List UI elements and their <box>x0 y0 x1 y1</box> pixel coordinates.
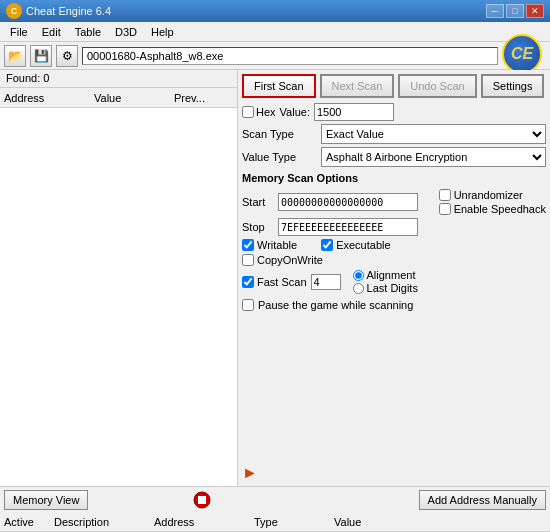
copyonwrite-item: CopyOnWrite <box>242 254 323 266</box>
writable-label: Writable <box>257 239 297 251</box>
alignment-radio[interactable] <box>353 270 364 281</box>
title-bar-left: C Cheat Engine 6.4 <box>6 3 111 19</box>
start-row: Start Unrandomizer Enable Speedhack <box>242 189 546 215</box>
fastscan-row: Fast Scan Alignment Last Digits <box>242 269 546 294</box>
bottom-area: Active Description Address Type Value <box>0 512 550 532</box>
save-button[interactable]: 💾 <box>30 45 52 67</box>
arrow-indicator: ► <box>242 464 258 482</box>
value-type-row: Value Type Asphalt 8 Airbone Encryption <box>242 147 546 167</box>
menu-d3d[interactable]: D3D <box>109 24 143 40</box>
fastscan-item: Fast Scan <box>242 276 307 288</box>
bottom-table-header: Active Description Address Type Value <box>0 512 550 532</box>
menu-help[interactable]: Help <box>145 24 180 40</box>
hex-checkbox[interactable] <box>242 106 254 118</box>
pause-label: Pause the game while scanning <box>258 299 413 311</box>
speedhack-label: Enable Speedhack <box>454 203 546 215</box>
next-scan-button[interactable]: Next Scan <box>320 74 395 98</box>
stop-label: Stop <box>242 221 274 233</box>
scan-type-select[interactable]: Exact Value <box>321 124 546 144</box>
col-address: Address <box>4 92 94 104</box>
memory-view-button[interactable]: Memory View <box>4 490 88 510</box>
writable-item: Writable <box>242 239 297 251</box>
scan-type-row: Scan Type Exact Value <box>242 124 546 144</box>
svg-rect-1 <box>198 496 206 504</box>
hex-checkbox-row: Hex <box>242 106 276 118</box>
app-icon: C <box>6 3 22 19</box>
value-label: Value: <box>280 106 310 118</box>
stop-row: Stop <box>242 218 546 236</box>
lastdigits-label: Last Digits <box>367 282 418 294</box>
title-bar-controls: ─ □ ✕ <box>486 4 544 18</box>
close-button[interactable]: ✕ <box>526 4 544 18</box>
menu-bar: File Edit Table D3D Help <box>0 22 550 42</box>
bt-col-active: Active <box>4 516 54 528</box>
stop-scan-button[interactable] <box>191 489 213 511</box>
pause-row: Pause the game while scanning <box>242 299 546 311</box>
unrandomizer-row: Unrandomizer <box>439 189 546 201</box>
memory-scan-options-label: Memory Scan Options <box>242 172 546 184</box>
bt-col-type: Type <box>254 516 334 528</box>
scan-buttons-row: First Scan Next Scan Undo Scan Settings <box>242 74 546 98</box>
start-label: Start <box>242 196 274 208</box>
menu-edit[interactable]: Edit <box>36 24 67 40</box>
memory-view-row: Memory View Add Address Manually <box>0 486 550 512</box>
address-table-header: Address Value Prev... <box>0 88 237 108</box>
value-input[interactable] <box>314 103 394 121</box>
executable-label: Executable <box>336 239 390 251</box>
menu-file[interactable]: File <box>4 24 34 40</box>
right-panel: First Scan Next Scan Undo Scan Settings … <box>238 70 550 486</box>
alignment-group: Alignment Last Digits <box>353 269 418 294</box>
value-type-select[interactable]: Asphalt 8 Airbone Encryption <box>321 147 546 167</box>
copyonwrite-row: CopyOnWrite <box>242 254 546 266</box>
bt-col-value: Value <box>334 516 546 528</box>
bt-col-address: Address <box>154 516 254 528</box>
pause-checkbox[interactable] <box>242 299 254 311</box>
first-scan-button[interactable]: First Scan <box>242 74 316 98</box>
writable-checkbox[interactable] <box>242 239 254 251</box>
fastscan-value-input[interactable] <box>311 274 341 290</box>
settings-scan-button[interactable]: Settings <box>481 74 545 98</box>
value-row: Hex Value: <box>242 103 546 121</box>
hex-label: Hex <box>256 106 276 118</box>
title-bar: C Cheat Engine 6.4 ─ □ ✕ <box>0 0 550 22</box>
alignment-label: Alignment <box>367 269 416 281</box>
value-type-label: Value Type <box>242 151 317 163</box>
speedhack-checkbox[interactable] <box>439 203 451 215</box>
executable-item: Executable <box>321 239 390 251</box>
col-prev: Prev... <box>174 92 233 104</box>
ce-logo-icon: CE <box>502 34 542 74</box>
found-count: Found: 0 <box>0 70 237 88</box>
col-value: Value <box>94 92 174 104</box>
undo-scan-button[interactable]: Undo Scan <box>398 74 476 98</box>
address-list <box>0 108 237 486</box>
start-input[interactable] <box>278 193 418 211</box>
toolbar: 📂 💾 ⚙ 00001680-Asphalt8_w8.exe CE <box>0 42 550 70</box>
copyonwrite-label: CopyOnWrite <box>257 254 323 266</box>
executable-checkbox[interactable] <box>321 239 333 251</box>
unrandomizer-label: Unrandomizer <box>454 189 523 201</box>
lastdigits-item: Last Digits <box>353 282 418 294</box>
fastscan-label: Fast Scan <box>257 276 307 288</box>
main-container: Found: 0 Address Value Prev... First Sca… <box>0 70 550 486</box>
add-address-manually-button[interactable]: Add Address Manually <box>419 490 546 510</box>
unrandomizer-checkbox[interactable] <box>439 189 451 201</box>
open-button[interactable]: 📂 <box>4 45 26 67</box>
process-name: 00001680-Asphalt8_w8.exe <box>82 47 498 65</box>
stop-input[interactable] <box>278 218 418 236</box>
title-bar-title: Cheat Engine 6.4 <box>26 5 111 17</box>
alignment-item: Alignment <box>353 269 418 281</box>
scan-type-label: Scan Type <box>242 128 317 140</box>
lastdigits-radio[interactable] <box>353 283 364 294</box>
speedhack-row: Enable Speedhack <box>439 203 546 215</box>
copyonwrite-checkbox[interactable] <box>242 254 254 266</box>
right-checkboxes: Unrandomizer Enable Speedhack <box>439 189 546 215</box>
minimize-button[interactable]: ─ <box>486 4 504 18</box>
writable-row: Writable Executable <box>242 239 546 251</box>
settings-button[interactable]: ⚙ <box>56 45 78 67</box>
fastscan-checkbox[interactable] <box>242 276 254 288</box>
menu-table[interactable]: Table <box>69 24 107 40</box>
left-panel: Found: 0 Address Value Prev... <box>0 70 238 486</box>
maximize-button[interactable]: □ <box>506 4 524 18</box>
bt-col-description: Description <box>54 516 154 528</box>
